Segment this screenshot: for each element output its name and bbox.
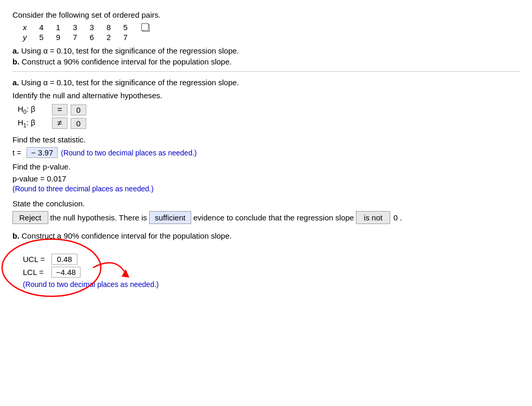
part-a-heading: a. bbox=[12, 78, 19, 87]
x-val-6: 5 bbox=[117, 22, 134, 32]
data-table: x 4 1 3 3 8 5 y 5 9 7 6 2 7 bbox=[23, 22, 156, 42]
identify-heading: Identify the null and alternative hypoth… bbox=[12, 91, 520, 100]
y-label: y bbox=[23, 32, 33, 42]
find-test-stat-section: Find the test statistic. t = − 3.97 (Rou… bbox=[12, 135, 520, 158]
x-label: x bbox=[23, 22, 33, 32]
h1-symbol-box[interactable]: ≠ bbox=[52, 117, 68, 129]
part-b-heading-row: b. Construct a 90% confidence interval f… bbox=[12, 231, 520, 240]
h0-label: H0: β bbox=[18, 104, 49, 115]
copy-icon-cell[interactable] bbox=[134, 22, 156, 32]
lcl-value[interactable]: −4.48 bbox=[51, 267, 81, 278]
divider bbox=[12, 71, 520, 72]
conclusion-section: State the conclusion. Reject the null hy… bbox=[12, 199, 520, 224]
part-a-intro-label: a. bbox=[12, 46, 19, 55]
solution-part-b: b. Construct a 90% confidence interval f… bbox=[12, 231, 520, 299]
y-val-5: 2 bbox=[100, 32, 117, 42]
problem-intro: Consider the following set of ordered pa… bbox=[12, 10, 520, 19]
pval-hint: (Round to three decimal places as needed… bbox=[12, 184, 520, 193]
ucl-lcl-block: UCL = 0.48 LCL = −4.48 bbox=[23, 254, 158, 278]
pval-label: p-value = bbox=[12, 174, 45, 183]
lcl-label: LCL = bbox=[23, 268, 51, 277]
y-val-4: 6 bbox=[84, 32, 100, 42]
solution-part-a: a. Using α = 0.10, test for the signific… bbox=[12, 78, 520, 224]
t-hint: (Round to two decimal places as needed.) bbox=[61, 149, 196, 157]
x-val-2: 1 bbox=[50, 22, 66, 32]
x-val-5: 8 bbox=[100, 22, 117, 32]
part-b-intro-text: Construct a 90% confidence interval for … bbox=[22, 57, 232, 66]
part-a-subheading: Using α = 0.10, test for the significanc… bbox=[21, 78, 239, 87]
find-stat-heading: Find the test statistic. bbox=[12, 135, 520, 144]
part-b-intro-label: b. bbox=[12, 57, 19, 66]
x-val-1: 4 bbox=[33, 22, 50, 32]
part-a-intro-text: Using α = 0.10, test for the significanc… bbox=[21, 46, 239, 55]
reject-button[interactable]: Reject bbox=[12, 211, 48, 224]
conclusion-text2: evidence to conclude that the regression… bbox=[193, 213, 354, 222]
annotation-area: UCL = 0.48 LCL = −4.48 (Round to two dec… bbox=[12, 244, 169, 299]
part-b-heading: b. bbox=[12, 231, 19, 240]
identify-hypotheses-section: Identify the null and alternative hypoth… bbox=[12, 91, 520, 129]
find-pval-heading: Find the p-value. bbox=[12, 162, 520, 171]
pval-value: 0.017 bbox=[47, 174, 66, 183]
lcl-row: LCL = −4.48 bbox=[23, 267, 158, 278]
parts-ab-intro: a. Using α = 0.10, test for the signific… bbox=[12, 46, 520, 55]
x-val-3: 3 bbox=[66, 22, 83, 32]
conclusion-text1: the null hypothesis. There is bbox=[50, 213, 148, 222]
pval-row: p-value = 0.017 bbox=[12, 174, 520, 183]
h1-label: H1: β bbox=[18, 118, 49, 128]
conclusion-period: . bbox=[400, 213, 402, 222]
conclusion-zero: 0 bbox=[393, 213, 397, 222]
h1-value-box[interactable]: 0 bbox=[71, 118, 86, 129]
part-b-subheading: Construct a 90% confidence interval for … bbox=[22, 231, 232, 240]
x-val-4: 3 bbox=[84, 22, 100, 32]
y-val-2: 9 bbox=[50, 32, 66, 42]
round-hint: (Round to two decimal places as needed.) bbox=[23, 280, 158, 289]
h0-value-box[interactable]: 0 bbox=[71, 104, 86, 115]
h1-row: H1: β ≠ 0 bbox=[18, 117, 520, 129]
conclusion-row: Reject the null hypothesis. There is suf… bbox=[12, 211, 520, 224]
is-not-box[interactable]: is not bbox=[356, 211, 390, 224]
h0-row: H0: β = 0 bbox=[18, 104, 520, 115]
ucl-value[interactable]: 0.48 bbox=[51, 254, 77, 265]
find-pval-section: Find the p-value. p-value = 0.017 (Round… bbox=[12, 162, 520, 193]
h0-symbol-box[interactable]: = bbox=[52, 104, 68, 115]
t-value-box[interactable]: − 3.97 bbox=[26, 147, 58, 158]
hypotheses-block: H0: β = 0 H1: β ≠ 0 bbox=[18, 104, 520, 129]
t-row: t = − 3.97 (Round to two decimal places … bbox=[12, 147, 520, 158]
parts-ab-b: b. Construct a 90% confidence interval f… bbox=[12, 57, 520, 66]
y-val-6: 7 bbox=[117, 32, 134, 42]
copy-icon[interactable] bbox=[142, 24, 150, 32]
y-val-3: 7 bbox=[66, 32, 83, 42]
state-conclusion-heading: State the conclusion. bbox=[12, 199, 520, 208]
ucl-row: UCL = 0.48 bbox=[23, 254, 158, 265]
part-a-heading-row: a. Using α = 0.10, test for the signific… bbox=[12, 78, 520, 87]
ucl-label: UCL = bbox=[23, 255, 51, 264]
sufficient-dropdown[interactable]: sufficient bbox=[149, 211, 191, 224]
t-label: t = bbox=[12, 148, 21, 157]
y-val-1: 5 bbox=[33, 32, 50, 42]
